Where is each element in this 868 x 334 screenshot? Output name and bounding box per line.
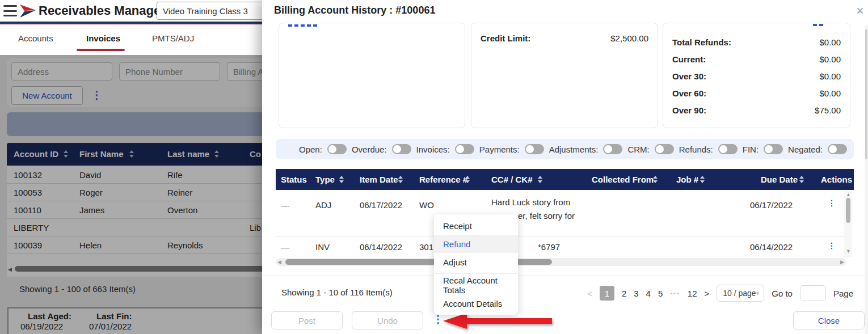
modal-backdrop	[0, 55, 262, 334]
page-5[interactable]: 5	[658, 289, 663, 298]
clipped-scrolled-content	[288, 24, 318, 27]
page-12[interactable]: 12	[688, 289, 697, 298]
vertical-scroll-thumb[interactable]	[846, 198, 850, 223]
col-status: Status	[281, 175, 307, 184]
col-job[interactable]: Job #	[676, 175, 698, 184]
undo-button[interactable]: Undo	[352, 311, 423, 329]
row-actions-icon[interactable]: ⋮	[828, 199, 836, 207]
adjustments-toggle[interactable]	[603, 144, 622, 154]
chevron-down-icon: ▾	[756, 290, 760, 297]
toggle-label-refunds: Refunds:	[679, 145, 713, 154]
divider	[262, 276, 868, 276]
invoices-toggle[interactable]	[455, 144, 474, 154]
page-ellipsis[interactable]: •••	[670, 290, 680, 297]
crm-toggle[interactable]	[655, 144, 674, 154]
cell-type: ADJ	[315, 200, 331, 210]
cell-item-date: 06/14/2022	[360, 242, 402, 252]
close-button[interactable]: Close	[793, 311, 865, 329]
page-size-select[interactable]: 10 / page ▾	[717, 285, 764, 302]
history-table-header: Status Type Item Date Reference # CC# / …	[276, 169, 854, 190]
payments-toggle[interactable]	[525, 144, 544, 154]
page-size-value: 10 / page	[723, 289, 756, 298]
aging-label: Over 60:	[672, 88, 706, 98]
sort-icon[interactable]	[700, 176, 705, 183]
credit-limit-value: $2,500.00	[610, 33, 648, 43]
cell-description-line2: er, felt sorry for	[518, 211, 575, 221]
col-cc-ck[interactable]: CC# / CK#	[491, 175, 533, 184]
class-selector[interactable]: Video Training Class 3	[157, 2, 268, 20]
footer-more-actions-icon[interactable]: ⋮	[433, 314, 443, 326]
col-collected-from[interactable]: Collected From	[592, 175, 654, 184]
tab-invoices[interactable]: Invoices	[86, 33, 120, 43]
goto-page-input[interactable]	[800, 285, 826, 301]
tab-accounts[interactable]: Accounts	[18, 33, 53, 43]
aging-value: $0.00	[819, 71, 841, 81]
aging-value: $75.00	[815, 105, 841, 115]
toggle-label-negated: Negated:	[788, 145, 823, 154]
modal-scroll-thumb[interactable]	[865, 29, 867, 159]
open-toggle[interactable]	[327, 144, 347, 154]
history-summary: Showing 1 - 10 of 116 Item(s)	[281, 288, 393, 297]
credit-panel: Credit Limit: $2,500.00	[471, 23, 658, 128]
page-4[interactable]: 4	[646, 289, 651, 298]
aging-label: Over 90:	[672, 105, 706, 115]
history-row[interactable]: — INV 06/14/2022 301 *6797 06/14/2022 ⋮	[276, 237, 844, 256]
col-item-date[interactable]: Item Date	[360, 175, 398, 184]
sort-icon[interactable]	[538, 176, 542, 183]
sort-icon[interactable]	[339, 176, 344, 183]
credit-limit-label: Credit Limit:	[481, 33, 530, 43]
filter-toggle-bar: Open: Overdue: Invoices: Payments: Adjus…	[276, 139, 854, 159]
history-row[interactable]: — ADJ 06/17/2022 WO Hard Luck story from…	[276, 190, 844, 237]
toggle-label-open: Open:	[299, 145, 322, 154]
col-type[interactable]: Type	[315, 175, 335, 184]
billing-history-modal: Billing Account History : #100061 × Cred…	[262, 0, 868, 334]
toggle-label-crm: CRM:	[627, 145, 649, 154]
app-logo-icon	[19, 4, 36, 19]
menu-item-account-details[interactable]: Account Details	[434, 294, 518, 312]
table-vertical-scrollbar[interactable]: ▲ ▼	[844, 191, 852, 257]
aging-value: $0.00	[819, 37, 841, 47]
row-actions-icon[interactable]: ⋮	[828, 242, 836, 250]
cell-due-date: 06/14/2022	[750, 242, 793, 252]
cell-reference: WO	[419, 200, 434, 210]
sort-icon-desc-active[interactable]	[398, 176, 403, 183]
prev-page-icon[interactable]: <	[587, 289, 592, 298]
negated-toggle[interactable]	[828, 144, 847, 154]
row-context-menu: Receipt Refund Adjust Recal Account Tota…	[434, 214, 518, 315]
menu-item-recal-account-totals[interactable]: Recal Account Totals	[434, 276, 518, 294]
refunds-toggle[interactable]	[718, 144, 738, 154]
col-due-date[interactable]: Due Date	[761, 175, 798, 184]
sort-icon[interactable]	[465, 176, 470, 183]
scroll-right-icon[interactable]: ▶	[840, 260, 844, 265]
tab-pmts-adj[interactable]: PMTS/ADJ	[152, 33, 194, 43]
col-reference[interactable]: Reference #	[419, 175, 467, 184]
scroll-left-icon[interactable]: ◀	[277, 260, 281, 265]
cell-item-date: 06/17/2022	[360, 200, 402, 210]
aging-panel: Total Refunds: $0.00 Current: $0.00 Over…	[663, 23, 850, 128]
next-page-icon[interactable]: >	[705, 289, 710, 298]
account-info-panel	[279, 23, 465, 128]
fin-toggle[interactable]	[764, 144, 783, 154]
cell-due-date: 06/17/2022	[750, 200, 793, 210]
cell-type: INV	[315, 242, 330, 252]
page-3[interactable]: 3	[634, 289, 638, 298]
sort-icon[interactable]	[653, 176, 658, 183]
sort-icon[interactable]	[799, 176, 804, 183]
page-2[interactable]: 2	[622, 289, 626, 298]
page-label: Page	[833, 289, 853, 298]
overdue-toggle[interactable]	[392, 144, 411, 154]
scroll-down-icon[interactable]: ▼	[846, 249, 851, 254]
modal-scrollbar-gutter[interactable]	[865, 26, 868, 334]
post-button[interactable]: Post	[271, 311, 343, 329]
menu-item-adjust[interactable]: Adjust	[434, 253, 518, 271]
close-icon[interactable]: ×	[852, 3, 868, 19]
page-1[interactable]: 1	[600, 286, 614, 301]
menu-item-refund[interactable]: Refund	[434, 235, 518, 253]
table-horizontal-scrollbar[interactable]: ◀ ▶	[276, 258, 846, 266]
menu-item-receipt[interactable]: Receipt	[434, 217, 518, 235]
scroll-up-icon[interactable]: ▲	[846, 192, 851, 197]
goto-label: Go to	[772, 289, 793, 298]
active-tab-underline	[77, 49, 125, 51]
hamburger-menu-icon[interactable]	[3, 5, 17, 16]
cell-description-line1: Hard Luck story from	[491, 197, 570, 207]
